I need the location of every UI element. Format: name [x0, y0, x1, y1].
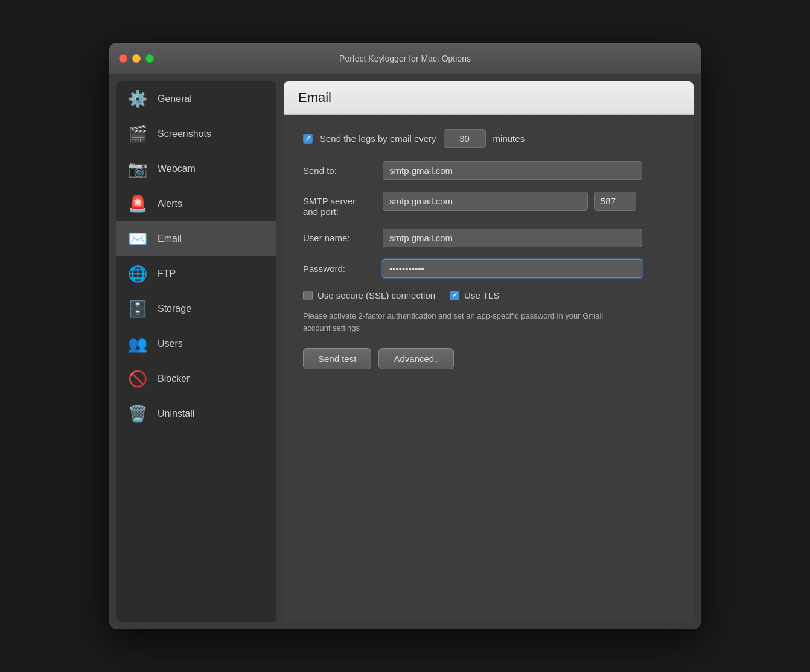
tls-checkbox-wrapper[interactable]: Use TLS: [450, 290, 499, 300]
sidebar-item-general[interactable]: ⚙️ General: [116, 81, 276, 116]
titlebar: Perfect Keylogger for Mac: Options: [109, 43, 701, 74]
send-to-row: Send to:: [303, 161, 674, 180]
password-input[interactable]: [383, 259, 642, 278]
username-label: User name:: [303, 233, 375, 243]
username-input[interactable]: [383, 229, 642, 247]
sidebar-item-screenshots[interactable]: 🎬 Screenshots: [116, 116, 276, 151]
sidebar-label-screenshots: Screenshots: [158, 128, 211, 139]
ftp-icon: 🌐: [126, 262, 149, 285]
general-icon: ⚙️: [126, 87, 149, 110]
sidebar-label-uninstall: Uninstall: [158, 408, 194, 419]
smtp-row: SMTP server and port:: [303, 192, 674, 217]
sidebar-label-webcam: Webcam: [158, 163, 196, 174]
button-row: Send test Advanced..: [303, 348, 674, 369]
sidebar-item-blocker[interactable]: 🚫 Blocker: [116, 361, 276, 396]
smtp-label-2: and port:: [303, 206, 375, 217]
password-row: Password:: [303, 259, 674, 278]
ssl-label: Use secure (SSL) connection: [317, 290, 435, 300]
users-icon: 👥: [126, 332, 149, 355]
smtp-server-input[interactable]: [383, 192, 588, 211]
sidebar-item-ftp[interactable]: 🌐 FTP: [116, 256, 276, 291]
send-logs-label: Send the logs by email every: [320, 133, 436, 144]
webcam-icon: 📷: [126, 157, 149, 180]
sidebar-item-users[interactable]: 👥 Users: [116, 326, 276, 361]
sidebar-label-blocker: Blocker: [158, 373, 190, 384]
panel-title: Email: [298, 90, 331, 105]
ssl-tls-row: Use secure (SSL) connection Use TLS: [303, 290, 674, 300]
send-to-input[interactable]: [383, 161, 642, 180]
send-logs-row: Send the logs by email every minutes: [303, 129, 674, 148]
sidebar-label-storage: Storage: [158, 303, 191, 314]
tls-checkbox[interactable]: [450, 291, 459, 300]
alerts-icon: 🚨: [126, 192, 149, 215]
hint-text: Please activate 2-factor authentication …: [303, 310, 605, 334]
sidebar-label-users: Users: [158, 338, 183, 349]
advanced-button[interactable]: Advanced..: [378, 348, 454, 369]
sidebar-item-uninstall[interactable]: 🗑️ Uninstall: [116, 396, 276, 431]
send-logs-checkbox[interactable]: [303, 134, 313, 144]
sidebar: ⚙️ General 🎬 Screenshots 📷 Webcam 🚨 Aler…: [116, 81, 276, 622]
storage-icon: 🗄️: [126, 297, 149, 320]
ssl-checkbox-wrapper[interactable]: Use secure (SSL) connection: [303, 290, 435, 300]
app-window: Perfect Keylogger for Mac: Options ⚙️ Ge…: [109, 43, 701, 629]
maximize-button[interactable]: [145, 54, 154, 63]
username-row: User name:: [303, 229, 674, 247]
email-icon: ✉️: [126, 227, 149, 250]
uninstall-icon: 🗑️: [126, 402, 149, 425]
sidebar-label-alerts: Alerts: [158, 198, 182, 209]
panel-body: Send the logs by email every minutes Sen…: [284, 115, 694, 622]
sidebar-label-general: General: [158, 94, 192, 104]
window-controls: [119, 54, 154, 63]
smtp-port-input[interactable]: [594, 192, 636, 211]
blocker-icon: 🚫: [126, 367, 149, 390]
smtp-inputs: [383, 192, 636, 211]
minimize-button[interactable]: [132, 54, 141, 63]
sidebar-label-ftp: FTP: [158, 268, 176, 279]
sidebar-item-webcam[interactable]: 📷 Webcam: [116, 151, 276, 186]
sidebar-item-storage[interactable]: 🗄️ Storage: [116, 291, 276, 326]
sidebar-label-email: Email: [158, 233, 182, 244]
password-label: Password:: [303, 264, 375, 274]
smtp-label-col: SMTP server and port:: [303, 192, 375, 217]
close-button[interactable]: [119, 54, 127, 63]
window-title: Perfect Keylogger for Mac: Options: [339, 54, 471, 63]
panel-header: Email: [284, 81, 694, 115]
ssl-checkbox[interactable]: [303, 291, 313, 300]
content-area: ⚙️ General 🎬 Screenshots 📷 Webcam 🚨 Aler…: [109, 74, 701, 629]
tls-label: Use TLS: [464, 290, 499, 300]
send-test-button[interactable]: Send test: [303, 348, 371, 369]
sidebar-item-alerts[interactable]: 🚨 Alerts: [116, 186, 276, 221]
smtp-label: SMTP server: [303, 196, 375, 206]
minutes-label: minutes: [493, 133, 525, 144]
interval-input[interactable]: [444, 129, 486, 148]
main-panel: Email Send the logs by email every minut…: [284, 81, 694, 622]
send-to-label: Send to:: [303, 165, 375, 176]
screenshots-icon: 🎬: [126, 122, 149, 145]
sidebar-item-email[interactable]: ✉️ Email: [116, 221, 276, 256]
